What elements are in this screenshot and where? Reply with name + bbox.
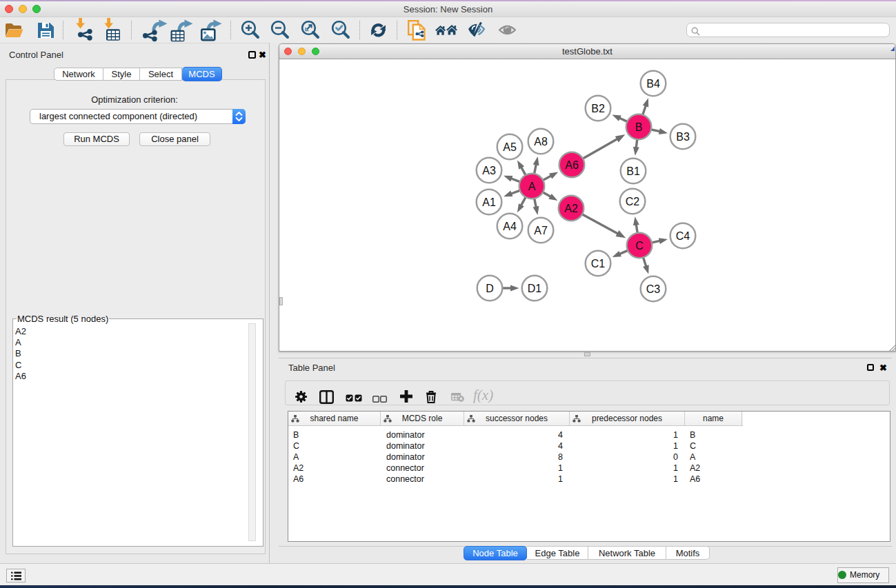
svg-text:D: D — [486, 283, 494, 294]
svg-text:B: B — [635, 121, 643, 133]
svg-text:C3: C3 — [646, 283, 661, 295]
svg-text:D1: D1 — [528, 283, 542, 294]
svg-text:B4: B4 — [646, 78, 660, 90]
svg-text:C: C — [635, 240, 644, 252]
svg-text:A7: A7 — [534, 225, 548, 236]
svg-text:A3: A3 — [482, 165, 496, 176]
svg-text:C1: C1 — [591, 258, 606, 270]
svg-text:B3: B3 — [676, 131, 690, 143]
svg-text:B2: B2 — [591, 103, 605, 114]
svg-text:A5: A5 — [503, 141, 517, 153]
svg-text:C2: C2 — [626, 196, 640, 207]
svg-text:A1: A1 — [482, 196, 496, 208]
svg-text:A2: A2 — [564, 203, 578, 214]
svg-text:A: A — [528, 181, 536, 192]
svg-text:C4: C4 — [676, 230, 690, 242]
svg-text:A8: A8 — [534, 136, 548, 148]
svg-text:A4: A4 — [503, 221, 517, 232]
svg-text:A6: A6 — [565, 159, 579, 171]
svg-text:B1: B1 — [626, 165, 640, 177]
